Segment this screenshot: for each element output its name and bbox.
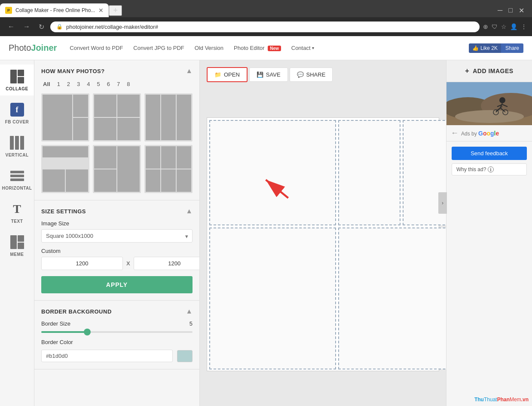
fb-cover-icon: f	[9, 102, 25, 117]
canvas-scroll-right-btn[interactable]: ›	[438, 192, 447, 214]
ads-section: Send feedback Why this ad? ℹ	[446, 141, 532, 181]
nav-convert-word[interactable]: Convert Word to PDF	[70, 45, 123, 51]
custom-height-input[interactable]	[134, 257, 200, 270]
canvas-cell-2[interactable]	[338, 120, 401, 225]
profile-icon[interactable]: 👤	[510, 23, 517, 30]
size-settings-title: SIZE SETTINGS	[41, 208, 86, 215]
border-color-input[interactable]	[41, 350, 173, 362]
nav-old-version[interactable]: Old Version	[195, 45, 223, 51]
layout-thumb-4[interactable]	[41, 145, 89, 193]
custom-width-input[interactable]	[41, 257, 123, 270]
border-section: BORDER BACKGROUND ▲ Border Size 5 Border…	[34, 301, 199, 369]
collapse-size-btn[interactable]: ▲	[186, 207, 193, 215]
new-tab-button[interactable]: +	[109, 5, 122, 16]
canvas-cell-4[interactable]	[209, 228, 336, 369]
reload-btn[interactable]: ↻	[36, 22, 47, 32]
image-size-select[interactable]: Square 1000x1000	[41, 229, 193, 243]
open-button[interactable]: 📁 OPEN	[207, 67, 248, 82]
add-images-label: ADD IMAGES	[473, 68, 513, 74]
layout-thumb-3[interactable]	[144, 93, 193, 141]
fb-share-btn[interactable]: Share	[501, 43, 523, 53]
forward-btn[interactable]: →	[21, 22, 33, 31]
menu-icon[interactable]: ⋮	[521, 23, 527, 30]
icon-sidebar: COLLAGE f FB COVER VERTICAL	[0, 60, 34, 406]
custom-size-row: X	[41, 257, 193, 270]
slider-fill	[41, 331, 87, 333]
layout-thumb-1[interactable]	[41, 93, 89, 141]
fb-like-btn[interactable]: 👍 Like 2K	[469, 43, 501, 53]
canvas-cell-1[interactable]	[209, 120, 336, 225]
logo[interactable]: Photo Joiner	[9, 43, 57, 53]
photo-count-row: All 1 2 3 4 5 6 7 8	[41, 80, 193, 88]
window-minimize-btn[interactable]: ─	[495, 6, 505, 15]
border-size-slider[interactable]	[41, 331, 193, 333]
shield-icon[interactable]: 🛡	[492, 23, 498, 30]
watermark: ThuThuatPhanMem.vn	[474, 397, 529, 403]
save-button[interactable]: 💾 SAVE	[249, 68, 288, 82]
count-6[interactable]: 6	[105, 80, 112, 88]
url-text: photojoiner.net/collage-maker/editor#	[66, 24, 474, 30]
slider-thumb[interactable]	[84, 329, 91, 335]
collapse-border-btn[interactable]: ▲	[186, 308, 193, 315]
count-7[interactable]: 7	[115, 80, 122, 88]
url-bar[interactable]: 🔒 photojoiner.net/collage-maker/editor#	[50, 22, 480, 32]
color-row	[41, 350, 193, 362]
why-this-ad[interactable]: Why this ad? ℹ	[452, 163, 527, 175]
how-many-title: HOW MANY PHOTOS?	[41, 68, 105, 74]
sidebar-item-label: HORIZONTAL	[2, 186, 32, 191]
border-size-row: Border Size 5	[41, 320, 193, 327]
text-icon: T	[9, 201, 25, 217]
sidebar-item-label: MEME	[10, 252, 24, 257]
layout-thumb-5[interactable]	[93, 145, 141, 193]
layout-thumb-2[interactable]	[93, 93, 141, 141]
count-3[interactable]: 3	[75, 80, 82, 88]
ads-back-icon[interactable]: ←	[451, 129, 459, 138]
layout-grid	[41, 93, 193, 193]
collapse-how-many-btn[interactable]: ▲	[186, 67, 193, 75]
border-title: BORDER BACKGROUND	[41, 308, 112, 315]
ads-by-google-text: Ads by Google	[461, 130, 499, 137]
fb-buttons: 👍 Like 2K Share	[469, 43, 523, 53]
layout-thumb-6[interactable]	[144, 145, 193, 193]
count-8[interactable]: 8	[125, 80, 131, 88]
send-feedback-btn[interactable]: Send feedback	[452, 147, 527, 160]
count-5[interactable]: 5	[95, 80, 102, 88]
size-settings-section: SIZE SETTINGS ▲ Image Size Square 1000x1…	[34, 200, 199, 301]
plus-icon: +	[465, 67, 469, 75]
sidebar-item-horizontal[interactable]: HORIZONTAL	[0, 164, 34, 195]
back-btn[interactable]: ←	[5, 22, 17, 31]
sidebar-item-meme[interactable]: MEME	[0, 230, 34, 261]
meme-icon	[9, 234, 25, 250]
nav-convert-jpg[interactable]: Convert JPG to PDF	[133, 45, 184, 51]
canvas-cell-5[interactable]	[338, 228, 446, 369]
browser-tab[interactable]: P Collage Maker - Free Online Pho... ✕	[0, 3, 109, 17]
collage-canvas	[207, 117, 439, 371]
count-4[interactable]: 4	[85, 80, 92, 88]
thumbs-up-icon: 👍	[472, 45, 479, 51]
count-1[interactable]: 1	[55, 80, 62, 88]
window-close-btn[interactable]: ✕	[516, 6, 527, 15]
window-maximize-btn[interactable]: □	[506, 6, 515, 15]
tab-close-btn[interactable]: ✕	[98, 7, 104, 14]
sidebar-item-collage[interactable]: COLLAGE	[0, 65, 34, 95]
count-all[interactable]: All	[41, 80, 52, 88]
svg-point-7	[499, 97, 505, 103]
add-images-button[interactable]: + ADD IMAGES	[446, 60, 532, 82]
sidebar-item-text[interactable]: T TEXT	[0, 197, 34, 228]
folder-icon: 📁	[214, 71, 221, 78]
border-color-label: Border Color	[41, 339, 73, 345]
nav-photo-editor[interactable]: Photo Editor New	[234, 45, 281, 51]
share-button[interactable]: 💬 SHARE	[290, 68, 333, 82]
sidebar-item-fb-cover[interactable]: f FB COVER	[0, 98, 34, 129]
svg-point-6	[455, 110, 524, 123]
translate-icon[interactable]: ⊕	[483, 23, 488, 30]
nav-contact[interactable]: Contact ▾	[291, 45, 314, 51]
apply-button[interactable]: APPLY	[41, 276, 193, 293]
bookmark-icon[interactable]: ☆	[501, 23, 507, 30]
image-size-label: Image Size	[41, 220, 193, 227]
chevron-right-icon: ›	[442, 200, 443, 206]
color-swatch[interactable]	[177, 350, 193, 362]
chevron-down-icon: ▾	[312, 46, 314, 50]
sidebar-item-vertical[interactable]: VERTICAL	[0, 131, 34, 162]
count-2[interactable]: 2	[65, 80, 72, 88]
